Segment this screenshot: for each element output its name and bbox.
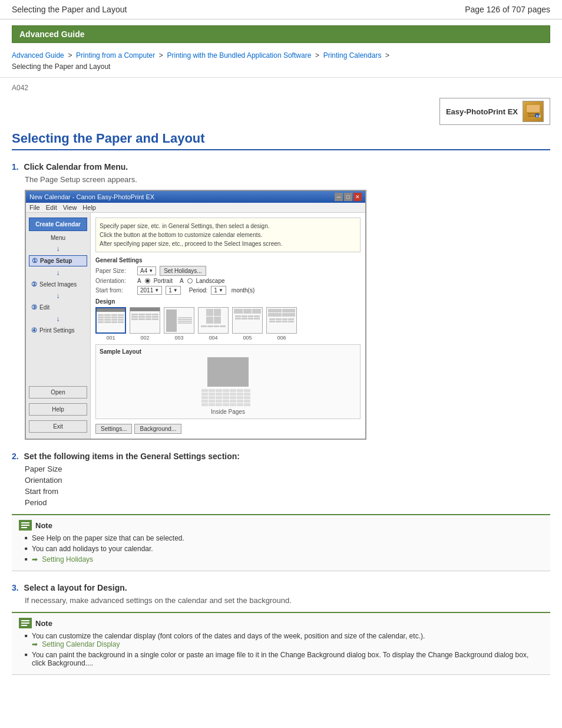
ss-design-005[interactable]: 005: [232, 307, 263, 341]
banner-label: Advanced Guide: [19, 29, 84, 39]
note-2-header: Note: [19, 618, 543, 628]
ss-design-006[interactable]: 006: [266, 307, 297, 341]
step-2: 2. Set the following items in the Genera…: [12, 452, 550, 571]
ss-orientation-icon: A: [137, 278, 141, 284]
ss-label-001: 001: [106, 335, 115, 341]
ss-year-select[interactable]: 2011 ▼: [137, 286, 162, 295]
note-2-icon: [19, 618, 32, 628]
ss-sample-title: Sample Layout: [100, 348, 356, 355]
breadcrumb-calendars[interactable]: Printing Calendars: [323, 51, 382, 60]
ss-photo-placeholder: [207, 357, 249, 387]
step-3-heading: 3. Select a layout for Design.: [12, 583, 550, 592]
ss-design-002[interactable]: 002: [130, 307, 160, 341]
minimize-btn[interactable]: ─: [335, 193, 343, 201]
svg-rect-7: [21, 522, 29, 523]
background-btn[interactable]: Background...: [134, 424, 181, 434]
ss-design-001[interactable]: 001: [95, 307, 126, 341]
note-1-icon: [19, 520, 32, 531]
setting-calendar-display-link[interactable]: Setting Calendar Display: [42, 640, 120, 648]
ss-start-from-label: Start from:: [95, 287, 134, 294]
advanced-guide-banner: Advanced Guide: [12, 25, 550, 43]
ss-paper-size-select[interactable]: A4 ▼: [137, 266, 156, 275]
app-logo-label: Easy-PhotoPrint EX: [446, 107, 518, 116]
ss-thumb-001: [95, 307, 126, 334]
step-2-text: Set the following items in the General S…: [24, 452, 240, 461]
svg-rect-3: [528, 116, 536, 117]
ss-portrait-radio[interactable]: [145, 278, 150, 284]
setting-holidays-link[interactable]: Setting Holidays: [42, 555, 93, 564]
ss-label-005: 005: [243, 335, 252, 341]
ss-period-label: Period:: [189, 287, 208, 294]
arrow-icon-1: ➡: [32, 555, 38, 564]
ss-portrait-label: Portrait: [154, 278, 173, 284]
ss-step-edit[interactable]: ③ Edit: [29, 302, 87, 312]
ss-paper-size-row: Paper Size: A4 ▼ Set Holidays...: [95, 266, 361, 276]
ss-sidebar: Create Calendar Menu ↓ ① Page Setup ↓ ② …: [26, 213, 91, 439]
set-holidays-btn[interactable]: Set Holidays...: [160, 266, 206, 276]
breadcrumb-bundled-software[interactable]: Printing with the Bundled Application So…: [167, 51, 311, 60]
arrow-icon-2: ➡: [32, 640, 38, 648]
ss-step-select-images[interactable]: ② Select Images: [29, 279, 87, 289]
ss-period-unit: month(s): [232, 287, 254, 294]
ss-design-004[interactable]: 004: [198, 307, 229, 341]
ss-orientation-label: Orientation:: [95, 278, 134, 284]
ss-month-arrow: ▼: [173, 288, 178, 293]
ss-inside-label: Inside Pages: [211, 409, 245, 415]
ss-calendar-preview: [199, 357, 257, 406]
note-1-item-2: You can add holidays to your calendar.: [25, 545, 543, 553]
ss-sample-layout: Sample Layout: [95, 344, 361, 419]
ss-step-page-setup[interactable]: ① Page Setup: [29, 255, 87, 266]
note-1-item-3: ➡ Setting Holidays: [25, 555, 543, 564]
help-btn[interactable]: Help: [29, 403, 87, 416]
win-controls: ─ □ ✕: [335, 193, 362, 201]
ss-design-grid: 001 002: [95, 307, 361, 341]
ss-year-value: 2011: [140, 287, 153, 294]
menu-file[interactable]: File: [29, 204, 40, 211]
ss-bottom-buttons: Settings... Background...: [95, 424, 361, 434]
ss-menubar: File Edit View Help: [26, 203, 365, 213]
ss-body: Create Calendar Menu ↓ ① Page Setup ↓ ② …: [26, 213, 365, 439]
ss-step-2-num: ②: [31, 281, 37, 288]
ss-thumb-006: [266, 307, 297, 334]
ss-orientation-row: Orientation: A Portrait A Landscape: [95, 278, 361, 284]
breadcrumb-printing-computer[interactable]: Printing from a Computer: [76, 51, 155, 60]
item-paper-size: Paper Size: [25, 465, 550, 473]
breadcrumb-advanced-guide[interactable]: Advanced Guide: [12, 51, 64, 60]
ss-thumb-004: [198, 307, 229, 334]
exit-btn[interactable]: Exit: [29, 420, 87, 433]
ss-cal-grid: [201, 389, 254, 406]
ss-month-value: 1: [168, 287, 172, 294]
close-btn[interactable]: ✕: [353, 193, 362, 201]
menu-help[interactable]: Help: [82, 204, 96, 211]
step-1-text: Click Calendar from Menu.: [24, 162, 128, 172]
ss-arrow-1: ↓: [29, 245, 87, 253]
step-1: 1. Click Calendar from Menu. The Page Se…: [12, 162, 550, 440]
ss-year-arrow: ▼: [154, 288, 159, 293]
ss-period-select[interactable]: 1 ▼: [211, 286, 226, 295]
menu-view[interactable]: View: [63, 204, 77, 211]
ss-menu-label[interactable]: Menu: [29, 233, 87, 242]
main-title: Selecting the Paper and Layout: [12, 131, 550, 150]
step-3-text: Select a layout for Design.: [24, 583, 127, 592]
ss-paper-size-value: A4: [140, 268, 147, 274]
ss-step-2-label: Select Images: [39, 281, 77, 288]
ss-thumb-003: [164, 307, 194, 334]
ss-month-select[interactable]: 1 ▼: [166, 286, 180, 295]
note-2-item-3: You can paint the background in a single…: [25, 651, 543, 667]
page-info: Page 126 of 707 pages: [465, 5, 550, 14]
note-2-item-1: You can customize the calendar display (…: [25, 632, 543, 648]
step-3: 3. Select a layout for Design. If necess…: [12, 583, 550, 675]
ss-step-print-settings[interactable]: ④ Print Settings: [29, 325, 87, 335]
open-btn[interactable]: Open: [29, 386, 87, 398]
ss-design-003[interactable]: 003: [164, 307, 194, 341]
ss-landscape-radio[interactable]: [187, 278, 193, 284]
svg-rect-11: [21, 620, 29, 621]
ss-step-3-label: Edit: [39, 304, 49, 311]
ss-step-4-label: Print Settings: [39, 327, 74, 334]
restore-btn[interactable]: □: [344, 193, 352, 201]
menu-edit[interactable]: Edit: [46, 204, 57, 211]
create-calendar-btn[interactable]: Create Calendar: [29, 218, 87, 231]
page-header: Selecting the Paper and Layout Page 126 …: [0, 0, 562, 19]
settings-btn[interactable]: Settings...: [95, 424, 132, 434]
screenshot-frame: New Calendar - Canon Easy-PhotoPrint EX …: [25, 190, 366, 440]
